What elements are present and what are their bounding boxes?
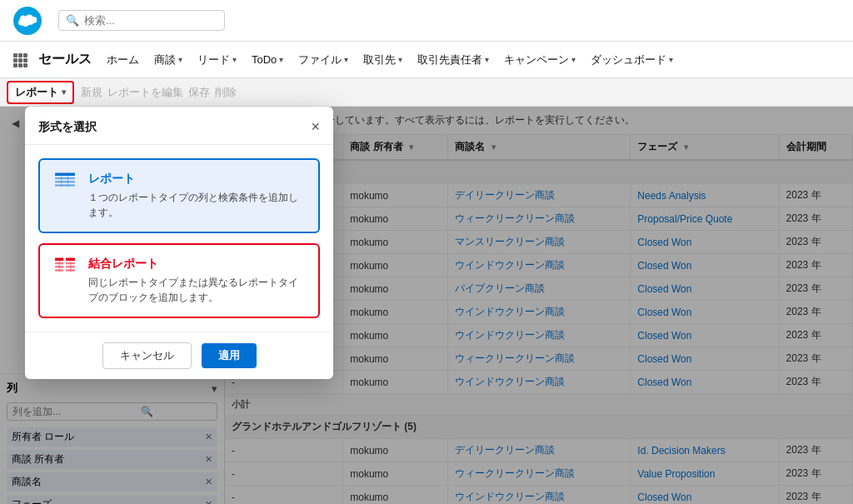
svg-rect-9 [55,173,75,176]
chevron-down-icon: ▾ [178,55,182,64]
modal-footer: キャンセル 適用 [25,332,333,379]
modal-close-button[interactable]: × [311,118,320,136]
svg-rect-11 [55,181,75,183]
modal-body: レポート １つのレポートタイプの列と検索条件を追加します。 [25,145,333,332]
apply-button[interactable]: 適用 [202,343,257,368]
top-bar: 🔍 [0,0,853,42]
svg-rect-7 [18,63,22,67]
option2-title: 結合レポート [88,257,305,272]
svg-rect-3 [13,58,17,62]
chevron-down-icon: ▾ [571,55,576,64]
chevron-down-icon: ▾ [669,55,673,64]
option1-title: レポート [88,172,305,187]
svg-rect-5 [23,58,27,62]
joined-report-option-card[interactable]: 結合レポート 同じレポートタイプまたは異なるレポートタイプのブロックを追加します… [38,243,320,318]
modal-overlay[interactable]: 形式を選択 × レポート [0,107,853,504]
chevron-down-icon: ▾ [344,55,348,64]
sub-bar: レポート ▾ 新規 レポートを編集 保存 削除 [0,78,853,107]
nav-item-accounts[interactable]: 取引先 ▾ [357,49,409,71]
grid-icon[interactable] [7,47,33,73]
nav-item-campaigns[interactable]: キャンペーン ▾ [497,49,582,71]
svg-rect-12 [55,184,75,187]
svg-rect-4 [18,58,22,62]
chevron-down-icon: ▾ [279,55,283,64]
modal-title: 形式を選択 [38,120,97,135]
option2-description: 同じレポートタイプまたは異なるレポートタイプのブロックを追加します。 [88,275,305,305]
global-search-box[interactable]: 🔍 [58,10,225,31]
svg-rect-10 [55,177,75,180]
chevron-down-icon: ▾ [398,55,402,64]
nav-bar: セールス ホーム 商談 ▾ リード ▾ ToDo ▾ ファイル ▾ 取引先 ▾ … [0,42,853,78]
modal-header: 形式を選択 × [25,107,333,145]
svg-rect-8 [23,63,27,67]
svg-rect-6 [13,63,17,67]
svg-rect-0 [13,53,17,57]
cancel-button[interactable]: キャンセル [102,342,192,369]
svg-rect-1 [18,53,22,57]
app-name: セールス [38,51,92,68]
chevron-down-icon: ▾ [62,87,66,97]
salesforce-logo [13,7,42,35]
subbar-actions: 新規 レポートを編集 保存 削除 [81,85,237,100]
joined-report-type-icon [53,257,77,275]
chevron-down-icon: ▾ [232,55,237,64]
nav-item-contacts[interactable]: 取引先責任者 ▾ [411,49,496,71]
nav-item-dashboard[interactable]: ダッシュボード ▾ [584,49,680,71]
nav-item-deals[interactable]: 商談 ▾ [147,49,189,71]
svg-rect-2 [23,53,27,57]
chevron-down-icon: ▾ [485,55,489,64]
report-type-icon [53,172,77,190]
search-icon: 🔍 [66,14,79,27]
nav-item-leads[interactable]: リード ▾ [191,49,243,71]
option1-description: １つのレポートタイプの列と検索条件を追加します。 [88,190,305,220]
report-option-card[interactable]: レポート １つのレポートタイプの列と検索条件を追加します。 [38,158,320,233]
modal-box: 形式を選択 × レポート [25,107,333,379]
search-input[interactable] [84,14,217,27]
nav-item-files[interactable]: ファイル ▾ [292,49,355,71]
nav-item-todo[interactable]: ToDo ▾ [245,50,290,69]
nav-item-home[interactable]: ホーム [100,49,146,71]
